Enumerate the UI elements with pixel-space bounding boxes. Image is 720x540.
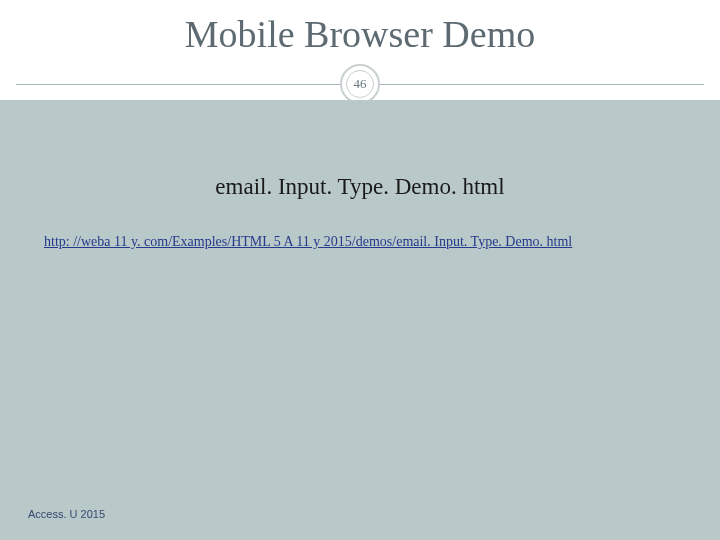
divider-container: 46 [0,64,720,104]
demo-link[interactable]: http: //weba 11 y. com/Examples/HTML 5 A… [44,234,720,250]
page-number: 46 [346,70,374,98]
page-number-badge: 46 [340,64,380,104]
footer-text: Access. U 2015 [28,508,105,520]
slide-title: Mobile Browser Demo [0,0,720,64]
subtitle: email. Input. Type. Demo. html [0,174,720,200]
slide-body: email. Input. Type. Demo. html http: //w… [0,100,720,540]
